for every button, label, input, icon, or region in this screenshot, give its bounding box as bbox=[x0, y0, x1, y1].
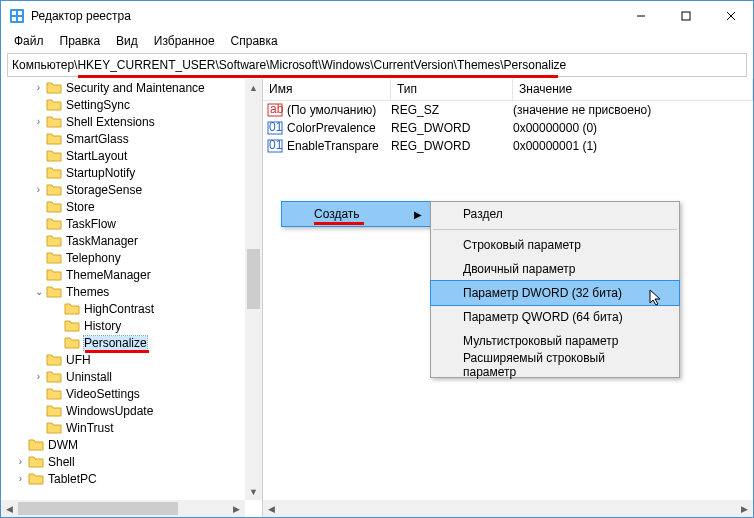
ctx-item[interactable]: Параметр DWORD (32 бита) bbox=[431, 281, 679, 305]
menu-view[interactable]: Вид bbox=[109, 32, 145, 50]
svg-rect-6 bbox=[682, 12, 690, 20]
tree-label: SettingSync bbox=[66, 98, 130, 112]
scroll-left-button[interactable]: ◀ bbox=[1, 500, 18, 517]
tree-item-taskflow[interactable]: TaskFlow bbox=[1, 215, 205, 232]
menu-edit[interactable]: Правка bbox=[53, 32, 108, 50]
tree-label: StorageSense bbox=[66, 183, 142, 197]
tree-item-telephony[interactable]: Telephony bbox=[1, 249, 205, 266]
col-value[interactable]: Значение bbox=[513, 79, 753, 100]
tree-item-storagesense[interactable]: ›StorageSense bbox=[1, 181, 205, 198]
ctx-item-label: Расширяемый строковый параметр bbox=[463, 351, 659, 379]
tree-label: Uninstall bbox=[66, 370, 112, 384]
menu-help[interactable]: Справка bbox=[224, 32, 285, 50]
maximize-button[interactable] bbox=[663, 1, 708, 31]
ctx-item-label: Двоичный параметр bbox=[463, 262, 576, 276]
value-row[interactable]: 011EnableTranspareREG_DWORD0x00000001 (1… bbox=[263, 137, 753, 155]
expand-icon[interactable]: › bbox=[15, 456, 26, 467]
tree-item-uninstall[interactable]: ›Uninstall bbox=[1, 368, 205, 385]
tree-item-thememanager[interactable]: ThemeManager bbox=[1, 266, 205, 283]
svg-text:011: 011 bbox=[269, 121, 283, 134]
tree-label: Shell bbox=[48, 455, 75, 469]
tree-item-settingsync[interactable]: SettingSync bbox=[1, 96, 205, 113]
ctx-separator bbox=[433, 229, 677, 230]
svg-text:011: 011 bbox=[269, 139, 283, 152]
tree-pane[interactable]: ›Security and MaintenanceSettingSync›She… bbox=[1, 79, 263, 517]
tree-label: TabletPC bbox=[48, 472, 97, 486]
value-row[interactable]: 011ColorPrevalenceREG_DWORD0x00000000 (0… bbox=[263, 119, 753, 137]
tree-label: SmartGlass bbox=[66, 132, 129, 146]
tree-label: WinTrust bbox=[66, 421, 114, 435]
menu-favorites[interactable]: Избранное bbox=[147, 32, 222, 50]
svg-rect-3 bbox=[12, 17, 16, 21]
scroll-up-button[interactable]: ▲ bbox=[245, 79, 262, 96]
value-type: REG_SZ bbox=[391, 103, 513, 117]
ctx-create-label: Создать bbox=[314, 207, 360, 221]
value-data: (значение не присвоено) bbox=[513, 103, 753, 117]
tree-item-history[interactable]: History bbox=[1, 317, 205, 334]
tree-label: UFH bbox=[66, 353, 91, 367]
tree-item-themes[interactable]: ⌄Themes bbox=[1, 283, 205, 300]
ctx-item[interactable]: Раздел bbox=[431, 202, 679, 226]
ctx-item[interactable]: Мультистроковый параметр bbox=[431, 329, 679, 353]
tree-item-ufh[interactable]: UFH bbox=[1, 351, 205, 368]
tree-label: Personalize bbox=[84, 336, 147, 350]
tree-item-highcontrast[interactable]: HighContrast bbox=[1, 300, 205, 317]
ctx-item-label: Параметр QWORD (64 бита) bbox=[463, 310, 623, 324]
tree-item-security-and-maintenance[interactable]: ›Security and Maintenance bbox=[1, 79, 205, 96]
expand-icon[interactable]: › bbox=[33, 82, 44, 93]
list-header: Имя Тип Значение bbox=[263, 79, 753, 101]
tree-label: Store bbox=[66, 200, 95, 214]
expand-icon[interactable]: › bbox=[33, 116, 44, 127]
tree-item-tabletpc[interactable]: ›TabletPC bbox=[1, 470, 205, 487]
menubar: Файл Правка Вид Избранное Справка bbox=[1, 31, 753, 51]
svg-rect-1 bbox=[12, 11, 16, 15]
scroll-left-button[interactable]: ◀ bbox=[263, 500, 280, 517]
tree-scrollbar-horizontal[interactable]: ◀ ▶ bbox=[1, 500, 245, 517]
tree-item-taskmanager[interactable]: TaskManager bbox=[1, 232, 205, 249]
expand-icon[interactable]: › bbox=[33, 371, 44, 382]
value-data: 0x00000001 (1) bbox=[513, 139, 753, 153]
tree-label: Security and Maintenance bbox=[66, 81, 205, 95]
expand-icon[interactable]: › bbox=[15, 473, 26, 484]
context-submenu: РазделСтроковый параметрДвоичный парамет… bbox=[430, 201, 680, 378]
expand-icon[interactable]: ⌄ bbox=[33, 286, 44, 297]
tree-item-personalize[interactable]: Personalize bbox=[1, 334, 205, 351]
value-row[interactable]: ab(По умолчанию)REG_SZ(значение не присв… bbox=[263, 101, 753, 119]
tree-item-wintrust[interactable]: WinTrust bbox=[1, 419, 205, 436]
address-bar[interactable]: Компьютер\HKEY_CURRENT_USER\Software\Mic… bbox=[7, 53, 747, 77]
ctx-item[interactable]: Параметр QWORD (64 бита) bbox=[431, 305, 679, 329]
tree-item-smartglass[interactable]: SmartGlass bbox=[1, 130, 205, 147]
tree-item-startlayout[interactable]: StartLayout bbox=[1, 147, 205, 164]
context-menu: Создать ▶ bbox=[281, 201, 431, 227]
ctx-item-label: Раздел bbox=[463, 207, 503, 221]
scroll-right-button[interactable]: ▶ bbox=[228, 500, 245, 517]
ctx-item[interactable]: Расширяемый строковый параметр bbox=[431, 353, 679, 377]
scroll-right-button[interactable]: ▶ bbox=[736, 500, 753, 517]
tree-item-shell[interactable]: ›Shell bbox=[1, 453, 205, 470]
tree-label: Shell Extensions bbox=[66, 115, 155, 129]
ctx-highlight bbox=[314, 222, 364, 225]
col-name[interactable]: Имя bbox=[263, 79, 391, 100]
col-type[interactable]: Тип bbox=[391, 79, 513, 100]
scroll-thumb-h[interactable] bbox=[18, 502, 178, 515]
scroll-thumb-v[interactable] bbox=[247, 249, 260, 309]
tree-label: WindowsUpdate bbox=[66, 404, 153, 418]
ctx-item[interactable]: Двоичный параметр bbox=[431, 257, 679, 281]
list-scrollbar-horizontal[interactable]: ◀ ▶ bbox=[263, 500, 753, 517]
menu-file[interactable]: Файл bbox=[7, 32, 51, 50]
window-controls bbox=[618, 1, 753, 31]
scroll-down-button[interactable]: ▼ bbox=[245, 483, 262, 500]
value-data: 0x00000000 (0) bbox=[513, 121, 753, 135]
tree-scrollbar-vertical[interactable]: ▲ ▼ bbox=[245, 79, 262, 500]
ctx-item[interactable]: Строковый параметр bbox=[431, 233, 679, 257]
minimize-button[interactable] bbox=[618, 1, 663, 31]
tree-item-shell-extensions[interactable]: ›Shell Extensions bbox=[1, 113, 205, 130]
tree-item-videosettings[interactable]: VideoSettings bbox=[1, 385, 205, 402]
tree-item-startupnotify[interactable]: StartupNotify bbox=[1, 164, 205, 181]
ctx-create[interactable]: Создать ▶ bbox=[282, 202, 430, 226]
tree-item-store[interactable]: Store bbox=[1, 198, 205, 215]
tree-item-windowsupdate[interactable]: WindowsUpdate bbox=[1, 402, 205, 419]
tree-item-dwm[interactable]: DWM bbox=[1, 436, 205, 453]
close-button[interactable] bbox=[708, 1, 753, 31]
expand-icon[interactable]: › bbox=[33, 184, 44, 195]
